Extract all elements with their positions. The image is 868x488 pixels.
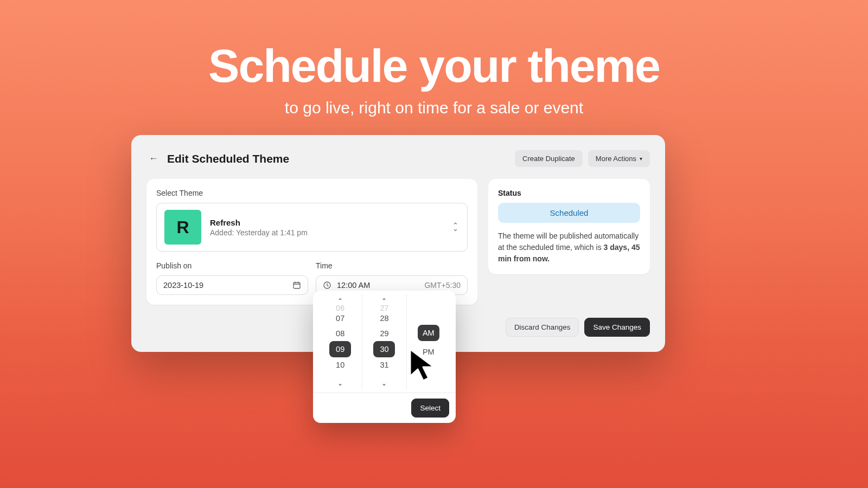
timezone-label: GMT+5:30 [424, 281, 461, 290]
clock-icon [323, 281, 331, 290]
status-panel: Status Scheduled The theme will be publi… [488, 179, 650, 274]
status-label: Status [498, 189, 640, 197]
wheel-item[interactable]: 28 [380, 311, 388, 326]
hour-wheel[interactable]: ⌃ 0607080910 ⌄ [318, 294, 362, 390]
publish-date-value: 2023-10-19 [163, 281, 203, 290]
ampm-option[interactable]: AM [418, 325, 439, 341]
select-caret-icon: ⌃⌄ [452, 224, 458, 231]
ampm-option[interactable]: PM [423, 344, 435, 359]
more-actions-label: More Actions [596, 155, 636, 163]
wheel-item[interactable]: 31 [380, 357, 388, 373]
wheel-item: 06 [336, 305, 344, 311]
time-label: Time [316, 261, 468, 270]
wheel-item[interactable]: 08 [336, 326, 344, 341]
select-theme-label: Select Theme [156, 189, 468, 197]
wheel-item[interactable]: 10 [336, 357, 344, 373]
calendar-icon [292, 281, 301, 290]
select-button[interactable]: Select [411, 399, 449, 418]
more-actions-button[interactable]: More Actions ▾ [588, 150, 650, 167]
chevron-up-icon[interactable]: ⌃ [337, 296, 343, 305]
back-arrow-icon[interactable]: ← [146, 151, 161, 166]
theme-selector[interactable]: R Refresh Added: Yesterday at 1:41 pm ⌃⌄ [156, 203, 468, 252]
wheel-item[interactable]: 09 [329, 341, 351, 357]
svg-rect-0 [293, 282, 300, 288]
minute-wheel[interactable]: ⌃ 2728293031 ⌄ [362, 294, 406, 390]
chevron-down-icon[interactable]: ⌄ [381, 379, 387, 388]
theme-added-line: Added: Yesterday at 1:41 pm [210, 228, 308, 237]
ampm-wheel[interactable]: AMPM [407, 294, 450, 390]
hero-subtitle: to go live, right on time for a sale or … [0, 99, 868, 117]
wheel-item[interactable]: 30 [373, 341, 395, 357]
save-changes-button[interactable]: Save Changes [584, 318, 650, 337]
discard-changes-button[interactable]: Discard Changes [506, 318, 579, 337]
card-header: ← Edit Scheduled Theme Create Duplicate … [146, 150, 650, 167]
chevron-down-icon[interactable]: ⌄ [337, 379, 343, 388]
hero-title: Schedule your theme [0, 42, 868, 89]
theme-panel: Select Theme R Refresh Added: Yesterday … [146, 179, 477, 305]
status-text: The theme will be published automaticall… [498, 230, 640, 265]
chevron-down-icon: ▾ [640, 156, 642, 162]
wheel-item: 27 [380, 305, 389, 311]
wheel-item[interactable]: 29 [380, 326, 388, 341]
theme-thumbnail: R [164, 210, 201, 245]
chevron-up-icon[interactable]: ⌃ [381, 296, 387, 305]
wheel-item[interactable]: 07 [336, 311, 344, 326]
time-picker-popover: ⌃ 0607080910 ⌄ ⌃ 2728293031 ⌄ AMPM Selec… [313, 291, 456, 423]
theme-name: Refresh [210, 218, 308, 227]
page-title: Edit Scheduled Theme [167, 152, 289, 165]
status-badge: Scheduled [498, 203, 640, 223]
time-value: 12:00 AM [337, 281, 370, 290]
hero-section: Schedule your theme to go live, right on… [0, 0, 868, 117]
publish-date-input[interactable]: 2023-10-19 [156, 275, 308, 295]
create-duplicate-button[interactable]: Create Duplicate [515, 150, 583, 167]
publish-on-label: Publish on [156, 261, 308, 270]
